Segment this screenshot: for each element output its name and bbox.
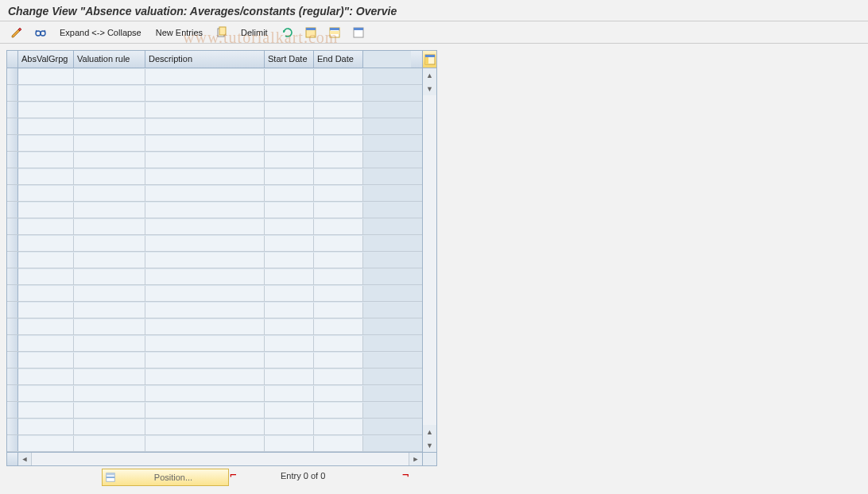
input-description[interactable] xyxy=(145,102,264,118)
cell-absvalgrpg[interactable] xyxy=(18,119,74,134)
input-start-date[interactable] xyxy=(265,436,313,451)
cell-valuation-rule[interactable] xyxy=(74,319,145,334)
cell-absvalgrpg[interactable] xyxy=(18,336,74,351)
input-description[interactable] xyxy=(145,236,264,251)
input-end-date[interactable] xyxy=(314,319,362,334)
input-start-date[interactable] xyxy=(265,269,313,284)
input-start-date[interactable] xyxy=(265,353,313,368)
cell-valuation-rule[interactable] xyxy=(74,269,145,284)
input-start-date[interactable] xyxy=(265,319,313,334)
cell-start-date[interactable] xyxy=(265,236,314,251)
input-absvalgrpg[interactable] xyxy=(18,269,73,284)
row-selector[interactable] xyxy=(7,252,18,268)
input-valuation-rule[interactable] xyxy=(74,186,145,201)
cell-description[interactable] xyxy=(145,386,265,401)
input-start-date[interactable] xyxy=(265,86,313,101)
input-valuation-rule[interactable] xyxy=(74,219,145,234)
cell-start-date[interactable] xyxy=(265,336,314,351)
cell-absvalgrpg[interactable] xyxy=(18,219,74,234)
input-valuation-rule[interactable] xyxy=(74,419,145,434)
input-description[interactable] xyxy=(145,203,264,218)
column-header-description[interactable]: Description xyxy=(145,51,265,68)
cell-end-date[interactable] xyxy=(314,152,363,168)
cell-end-date[interactable] xyxy=(314,186,363,201)
input-end-date[interactable] xyxy=(314,386,362,401)
input-absvalgrpg[interactable] xyxy=(18,369,73,384)
cell-valuation-rule[interactable] xyxy=(74,303,145,318)
input-absvalgrpg[interactable] xyxy=(18,219,73,234)
column-header-absvalgrpg[interactable]: AbsValGrpg xyxy=(18,51,74,68)
cell-absvalgrpg[interactable] xyxy=(18,269,74,284)
input-description[interactable] xyxy=(145,386,264,401)
row-selector[interactable] xyxy=(7,318,18,334)
cell-description[interactable] xyxy=(145,403,265,418)
position-button[interactable]: Position... xyxy=(102,469,229,486)
row-selector[interactable] xyxy=(7,135,18,151)
cell-absvalgrpg[interactable] xyxy=(18,419,74,434)
cell-end-date[interactable] xyxy=(314,203,363,218)
cell-description[interactable] xyxy=(145,102,265,118)
input-description[interactable] xyxy=(145,169,264,184)
row-selector[interactable] xyxy=(7,385,18,401)
cell-description[interactable] xyxy=(145,169,265,184)
cell-valuation-rule[interactable] xyxy=(74,336,145,351)
input-description[interactable] xyxy=(145,369,264,384)
input-end-date[interactable] xyxy=(314,269,362,284)
cell-description[interactable] xyxy=(145,436,265,451)
input-valuation-rule[interactable] xyxy=(74,86,145,101)
vscroll-up2-button[interactable]: ▼ xyxy=(423,82,436,95)
row-selector[interactable] xyxy=(7,118,18,134)
cell-description[interactable] xyxy=(145,152,265,168)
cell-end-date[interactable] xyxy=(314,369,363,384)
cell-valuation-rule[interactable] xyxy=(74,419,145,434)
cell-start-date[interactable] xyxy=(265,269,314,284)
vertical-scrollbar[interactable]: ▲ ▼ ▲ ▼ xyxy=(422,51,436,465)
cell-end-date[interactable] xyxy=(314,253,363,268)
cell-end-date[interactable] xyxy=(314,236,363,251)
cell-valuation-rule[interactable] xyxy=(74,219,145,234)
cell-description[interactable] xyxy=(145,236,265,251)
input-start-date[interactable] xyxy=(265,119,313,134)
input-end-date[interactable] xyxy=(314,86,362,101)
cell-description[interactable] xyxy=(145,269,265,284)
input-description[interactable] xyxy=(145,436,264,451)
input-start-date[interactable] xyxy=(265,419,313,434)
input-start-date[interactable] xyxy=(265,102,313,118)
cell-start-date[interactable] xyxy=(265,219,314,234)
input-start-date[interactable] xyxy=(265,169,313,184)
input-valuation-rule[interactable] xyxy=(74,236,145,251)
row-selector[interactable] xyxy=(7,202,18,218)
row-selector[interactable] xyxy=(7,218,18,234)
cell-start-date[interactable] xyxy=(265,102,314,118)
cell-description[interactable] xyxy=(145,136,265,151)
input-end-date[interactable] xyxy=(314,186,362,201)
cell-start-date[interactable] xyxy=(265,119,314,134)
select-block-button[interactable] xyxy=(324,25,345,41)
input-start-date[interactable] xyxy=(265,303,313,318)
cell-end-date[interactable] xyxy=(314,86,363,101)
cell-start-date[interactable] xyxy=(265,69,314,84)
input-end-date[interactable] xyxy=(314,403,362,418)
input-valuation-rule[interactable] xyxy=(74,203,145,218)
row-selector[interactable] xyxy=(7,335,18,351)
cell-absvalgrpg[interactable] xyxy=(18,186,74,201)
input-valuation-rule[interactable] xyxy=(74,69,145,84)
input-end-date[interactable] xyxy=(314,119,362,134)
input-valuation-rule[interactable] xyxy=(74,436,145,451)
input-end-date[interactable] xyxy=(314,419,362,434)
cell-absvalgrpg[interactable] xyxy=(18,203,74,218)
cell-absvalgrpg[interactable] xyxy=(18,69,74,84)
input-end-date[interactable] xyxy=(314,203,362,218)
cell-end-date[interactable] xyxy=(314,386,363,401)
input-start-date[interactable] xyxy=(265,69,313,84)
row-selector[interactable] xyxy=(7,185,18,201)
row-selector-header[interactable] xyxy=(7,51,18,68)
vscroll-up-button[interactable]: ▲ xyxy=(423,68,436,82)
cell-start-date[interactable] xyxy=(265,369,314,384)
cell-valuation-rule[interactable] xyxy=(74,253,145,268)
input-absvalgrpg[interactable] xyxy=(18,336,73,351)
cell-description[interactable] xyxy=(145,86,265,101)
cell-valuation-rule[interactable] xyxy=(74,403,145,418)
input-description[interactable] xyxy=(145,303,264,318)
cell-description[interactable] xyxy=(145,219,265,234)
